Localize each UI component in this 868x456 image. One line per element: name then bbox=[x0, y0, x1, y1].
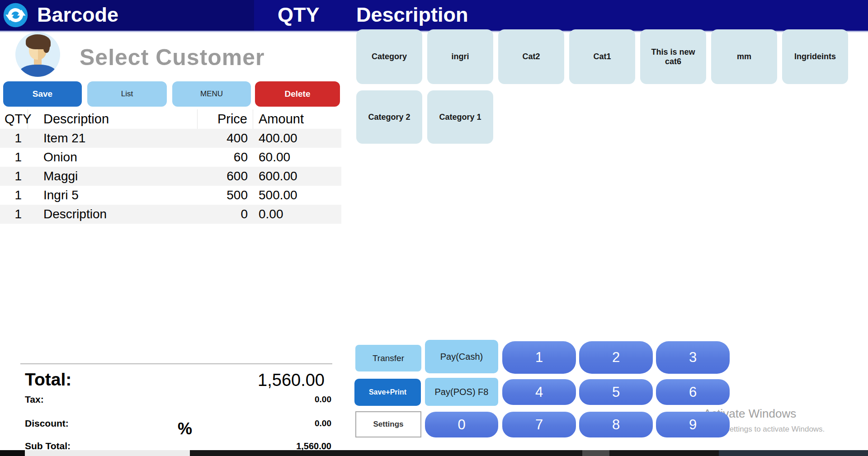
cell-description: Ingri 5 bbox=[28, 186, 198, 205]
barcode-column-header: Barcode bbox=[37, 0, 118, 31]
scrollbar-thumb[interactable] bbox=[25, 450, 190, 456]
digit-3-button[interactable]: 3 bbox=[656, 341, 730, 374]
category-button[interactable]: Category bbox=[356, 29, 422, 84]
tax-label: Tax: bbox=[25, 394, 44, 405]
discount-value: 0.00 bbox=[190, 418, 331, 428]
cell-price: 600 bbox=[198, 167, 253, 186]
pay-pos-button[interactable]: Pay(POS) F8 bbox=[425, 378, 498, 406]
cell-description: Description bbox=[28, 205, 198, 224]
digit-1-button[interactable]: 1 bbox=[502, 341, 576, 374]
cell-amount: 60.00 bbox=[253, 148, 341, 167]
pos-app-window: Barcode QTY Description Select Customer … bbox=[0, 0, 868, 456]
scrollbar-track bbox=[0, 450, 25, 456]
cell-qty: 1 bbox=[0, 186, 28, 205]
refresh-sync-icon[interactable] bbox=[2, 2, 29, 28]
digit-5-button[interactable]: 5 bbox=[579, 379, 653, 405]
category-row-1: Category ingri Cat2 Cat1 This is new cat… bbox=[356, 29, 848, 84]
total-label: Total: bbox=[25, 370, 71, 390]
select-customer-title[interactable]: Select Customer bbox=[80, 44, 265, 71]
digit-4-button[interactable]: 4 bbox=[502, 379, 576, 405]
cell-amount: 0.00 bbox=[253, 205, 341, 224]
category-button[interactable]: ingri bbox=[427, 29, 493, 84]
qty-column-header: QTY bbox=[278, 0, 320, 31]
description-column-header: Description bbox=[356, 0, 468, 31]
order-items-table: QTY Description Price Amount 1 Item 21 4… bbox=[0, 109, 341, 224]
header-amount: Amount bbox=[253, 109, 341, 129]
category-button[interactable]: Category 1 bbox=[427, 90, 493, 144]
cell-price: 0 bbox=[198, 205, 253, 224]
save-button[interactable]: Save bbox=[3, 81, 82, 107]
tax-value: 0.00 bbox=[190, 395, 331, 404]
total-value: 1,560.00 bbox=[163, 371, 325, 390]
delete-button[interactable]: Delete bbox=[255, 81, 340, 107]
cell-description: Maggi bbox=[28, 167, 198, 186]
cell-amount: 500.00 bbox=[253, 186, 341, 205]
table-row[interactable]: 1 Ingri 5 500 500.00 bbox=[0, 186, 341, 205]
horizontal-scrollbar[interactable] bbox=[0, 450, 868, 456]
category-button[interactable]: Category 2 bbox=[356, 90, 422, 144]
save-print-button[interactable]: Save+Print bbox=[354, 379, 421, 406]
pay-cash-button[interactable]: Pay(Cash) bbox=[425, 340, 498, 373]
header-qty: QTY bbox=[0, 109, 28, 129]
scrollbar-segment bbox=[582, 450, 609, 456]
cell-qty: 1 bbox=[0, 148, 28, 167]
table-row[interactable]: 1 Item 21 400 400.00 bbox=[0, 129, 341, 148]
cell-price: 500 bbox=[198, 186, 253, 205]
discount-label: Discount: bbox=[25, 418, 69, 429]
digit-6-button[interactable]: 6 bbox=[656, 379, 730, 405]
cell-qty: 1 bbox=[0, 167, 28, 186]
digit-2-button[interactable]: 2 bbox=[579, 341, 653, 374]
transfer-button[interactable]: Transfer bbox=[355, 345, 421, 371]
digit-8-button[interactable]: 8 bbox=[579, 412, 653, 437]
menu-button[interactable]: MENU bbox=[172, 81, 251, 107]
scrollbar-segment-right bbox=[719, 450, 868, 456]
customer-avatar[interactable] bbox=[15, 32, 60, 77]
cell-price: 60 bbox=[198, 148, 253, 167]
order-table-header: QTY Description Price Amount bbox=[0, 109, 341, 129]
cell-description: Onion bbox=[28, 148, 198, 167]
category-button[interactable]: Cat1 bbox=[569, 29, 635, 84]
header-description: Description bbox=[28, 109, 198, 129]
digit-7-button[interactable]: 7 bbox=[502, 412, 576, 437]
category-button[interactable]: mm bbox=[711, 29, 777, 84]
category-row-2: Category 2 Category 1 bbox=[356, 90, 493, 144]
list-button[interactable]: List bbox=[87, 81, 167, 107]
totals-divider bbox=[20, 363, 332, 364]
settings-button[interactable]: Settings bbox=[355, 411, 421, 437]
avatar-hair-side bbox=[43, 41, 50, 53]
table-row[interactable]: 1 Onion 60 60.00 bbox=[0, 148, 341, 167]
digit-9-button[interactable]: 9 bbox=[656, 412, 730, 437]
table-row[interactable]: 1 Description 0 0.00 bbox=[0, 205, 341, 224]
cell-qty: 1 bbox=[0, 129, 28, 148]
category-button[interactable]: Cat2 bbox=[498, 29, 564, 84]
digit-0-button[interactable]: 0 bbox=[425, 412, 498, 437]
cell-price: 400 bbox=[198, 129, 253, 148]
cell-description: Item 21 bbox=[28, 129, 198, 148]
cell-amount: 400.00 bbox=[253, 129, 341, 148]
category-button[interactable]: Ingrideints bbox=[782, 29, 848, 84]
cell-qty: 1 bbox=[0, 205, 28, 224]
avatar-shoulders bbox=[19, 65, 56, 77]
top-header-bar: Barcode QTY Description bbox=[0, 0, 868, 32]
topbar-right-segment bbox=[254, 0, 868, 31]
table-row[interactable]: 1 Maggi 600 600.00 bbox=[0, 167, 341, 186]
cell-amount: 600.00 bbox=[253, 167, 341, 186]
header-price: Price bbox=[198, 109, 253, 129]
category-button[interactable]: This is new cat6 bbox=[640, 29, 706, 84]
